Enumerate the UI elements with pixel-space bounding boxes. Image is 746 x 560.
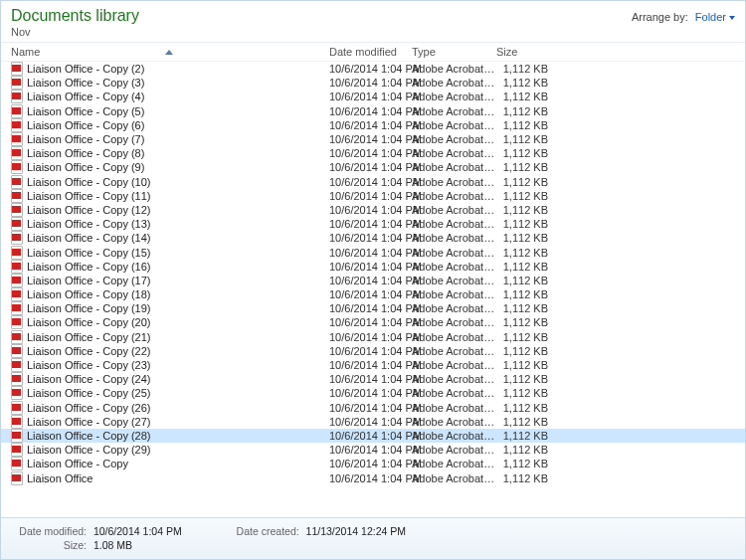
file-name-label: Liaison Office - Copy (16)	[27, 261, 151, 273]
file-row[interactable]: Liaison Office - Copy (12)10/6/2014 1:04…	[1, 203, 745, 217]
file-type-cell: Adobe Acrobat D...	[412, 77, 496, 89]
pdf-icon	[11, 443, 23, 457]
file-size-cell: 1,112 KB	[496, 458, 556, 469]
pdf-icon	[11, 76, 23, 90]
file-row[interactable]: Liaison Office - Copy (2)10/6/2014 1:04 …	[1, 62, 745, 76]
file-type-cell: Adobe Acrobat D...	[412, 190, 496, 202]
file-row[interactable]: Liaison Office - Copy (5)10/6/2014 1:04 …	[1, 104, 745, 118]
file-row[interactable]: Liaison Office - Copy (23)10/6/2014 1:04…	[1, 358, 745, 372]
file-name-cell: Liaison Office - Copy (24)	[11, 372, 329, 386]
sort-ascending-icon	[165, 50, 173, 55]
file-name-label: Liaison Office - Copy (12)	[27, 204, 151, 216]
file-name-label: Liaison Office - Copy (17)	[27, 275, 151, 286]
file-size-cell: 1,112 KB	[496, 176, 556, 188]
file-type-cell: Adobe Acrobat D...	[412, 247, 496, 259]
details-pane: Date modified: 10/6/2014 1:04 PM Size: 1…	[1, 517, 745, 559]
file-type-cell: Adobe Acrobat D...	[412, 316, 496, 328]
file-row[interactable]: Liaison Office - Copy (18)10/6/2014 1:04…	[1, 287, 745, 301]
file-name-cell: Liaison Office - Copy (10)	[11, 175, 329, 189]
pdf-icon	[11, 62, 23, 76]
file-type-cell: Adobe Acrobat D...	[412, 458, 496, 469]
file-name-label: Liaison Office	[27, 472, 93, 484]
arrange-by-label: Arrange by:	[632, 11, 688, 23]
file-name-cell: Liaison Office - Copy (13)	[11, 217, 329, 231]
file-date-cell: 10/6/2014 1:04 PM	[329, 444, 412, 456]
file-row[interactable]: Liaison Office - Copy (28)10/6/2014 1:04…	[1, 429, 745, 443]
file-type-cell: Adobe Acrobat D...	[412, 444, 496, 456]
arrange-by-value[interactable]: Folder	[695, 11, 726, 23]
file-row[interactable]: Liaison Office - Copy (29)10/6/2014 1:04…	[1, 443, 745, 457]
file-size-cell: 1,112 KB	[496, 218, 556, 230]
pdf-icon	[11, 301, 23, 315]
file-size-cell: 1,112 KB	[496, 133, 556, 145]
file-date-cell: 10/6/2014 1:04 PM	[329, 430, 412, 442]
file-row[interactable]: Liaison Office - Copy (15)10/6/2014 1:04…	[1, 245, 745, 259]
file-row[interactable]: Liaison Office - Copy (17)10/6/2014 1:04…	[1, 274, 745, 287]
file-size-cell: 1,112 KB	[496, 105, 556, 117]
file-date-cell: 10/6/2014 1:04 PM	[329, 190, 412, 202]
file-size-cell: 1,112 KB	[496, 275, 556, 286]
file-date-cell: 10/6/2014 1:04 PM	[329, 91, 412, 102]
file-name-cell: Liaison Office - Copy (16)	[11, 260, 329, 274]
file-row[interactable]: Liaison Office - Copy (13)10/6/2014 1:04…	[1, 217, 745, 231]
arrange-by-control[interactable]: Arrange by: Folder	[632, 11, 735, 23]
file-name-label: Liaison Office - Copy	[27, 458, 128, 469]
column-header-type[interactable]: Type	[412, 46, 496, 58]
file-name-cell: Liaison Office - Copy (28)	[11, 429, 329, 443]
column-header-name[interactable]: Name	[11, 46, 329, 58]
file-name-label: Liaison Office - Copy (26)	[27, 402, 151, 414]
pdf-icon	[11, 330, 23, 344]
file-row[interactable]: Liaison Office - Copy (6)10/6/2014 1:04 …	[1, 118, 745, 132]
file-date-cell: 10/6/2014 1:04 PM	[329, 261, 412, 273]
library-title-block: Documents library Nov	[11, 7, 139, 38]
file-row[interactable]: Liaison Office - Copy (8)10/6/2014 1:04 …	[1, 146, 745, 160]
file-row[interactable]: Liaison Office10/6/2014 1:04 PMAdobe Acr…	[1, 470, 745, 484]
file-name-label: Liaison Office - Copy (28)	[27, 430, 151, 442]
file-date-cell: 10/6/2014 1:04 PM	[329, 77, 412, 89]
file-row[interactable]: Liaison Office - Copy (11)10/6/2014 1:04…	[1, 189, 745, 203]
file-size-cell: 1,112 KB	[496, 387, 556, 399]
file-name-label: Liaison Office - Copy (18)	[27, 288, 151, 300]
file-name-cell: Liaison Office - Copy (27)	[11, 415, 329, 429]
file-name-cell: Liaison Office - Copy (2)	[11, 62, 329, 76]
file-date-cell: 10/6/2014 1:04 PM	[329, 147, 412, 159]
file-row[interactable]: Liaison Office - Copy (7)10/6/2014 1:04 …	[1, 132, 745, 146]
pdf-icon	[11, 203, 23, 217]
file-row[interactable]: Liaison Office - Copy (27)10/6/2014 1:04…	[1, 415, 745, 429]
file-type-cell: Adobe Acrobat D...	[412, 402, 496, 414]
file-date-cell: 10/6/2014 1:04 PM	[329, 458, 412, 469]
pdf-icon	[11, 104, 23, 118]
file-list: Liaison Office - Copy (2)10/6/2014 1:04 …	[1, 62, 745, 485]
file-size-cell: 1,112 KB	[496, 359, 556, 371]
file-row[interactable]: Liaison Office - Copy (4)10/6/2014 1:04 …	[1, 90, 745, 103]
file-row[interactable]: Liaison Office - Copy (25)10/6/2014 1:04…	[1, 386, 745, 400]
pdf-icon	[11, 175, 23, 189]
file-row[interactable]: Liaison Office - Copy (22)10/6/2014 1:04…	[1, 344, 745, 358]
file-name-label: Liaison Office - Copy (14)	[27, 232, 151, 244]
file-name-cell: Liaison Office - Copy (17)	[11, 274, 329, 287]
file-size-cell: 1,112 KB	[496, 147, 556, 159]
column-header-date[interactable]: Date modified	[329, 46, 412, 58]
file-row[interactable]: Liaison Office - Copy (20)10/6/2014 1:04…	[1, 315, 745, 329]
file-row[interactable]: Liaison Office - Copy (9)10/6/2014 1:04 …	[1, 160, 745, 174]
file-size-cell: 1,112 KB	[496, 63, 556, 75]
column-headers: Name Date modified Type Size	[1, 43, 745, 62]
file-row[interactable]: Liaison Office - Copy (3)10/6/2014 1:04 …	[1, 76, 745, 90]
file-name-cell: Liaison Office - Copy (9)	[11, 160, 329, 174]
file-date-cell: 10/6/2014 1:04 PM	[329, 247, 412, 259]
file-row[interactable]: Liaison Office - Copy (26)10/6/2014 1:04…	[1, 401, 745, 415]
file-row[interactable]: Liaison Office - Copy10/6/2014 1:04 PMAd…	[1, 457, 745, 470]
file-name-label: Liaison Office - Copy (22)	[27, 345, 151, 357]
dropdown-caret-icon	[729, 16, 735, 20]
pdf-icon	[11, 246, 23, 260]
file-type-cell: Adobe Acrobat D...	[412, 331, 496, 343]
file-row[interactable]: Liaison Office - Copy (16)10/6/2014 1:04…	[1, 260, 745, 274]
file-row[interactable]: Liaison Office - Copy (10)10/6/2014 1:04…	[1, 175, 745, 189]
file-name-cell: Liaison Office - Copy	[11, 457, 329, 470]
file-row[interactable]: Liaison Office - Copy (24)10/6/2014 1:04…	[1, 372, 745, 386]
file-row[interactable]: Liaison Office - Copy (14)10/6/2014 1:04…	[1, 231, 745, 245]
column-header-size[interactable]: Size	[496, 46, 556, 58]
file-row[interactable]: Liaison Office - Copy (19)10/6/2014 1:04…	[1, 301, 745, 315]
file-row[interactable]: Liaison Office - Copy (21)10/6/2014 1:04…	[1, 330, 745, 344]
file-name-cell: Liaison Office - Copy (20)	[11, 315, 329, 329]
